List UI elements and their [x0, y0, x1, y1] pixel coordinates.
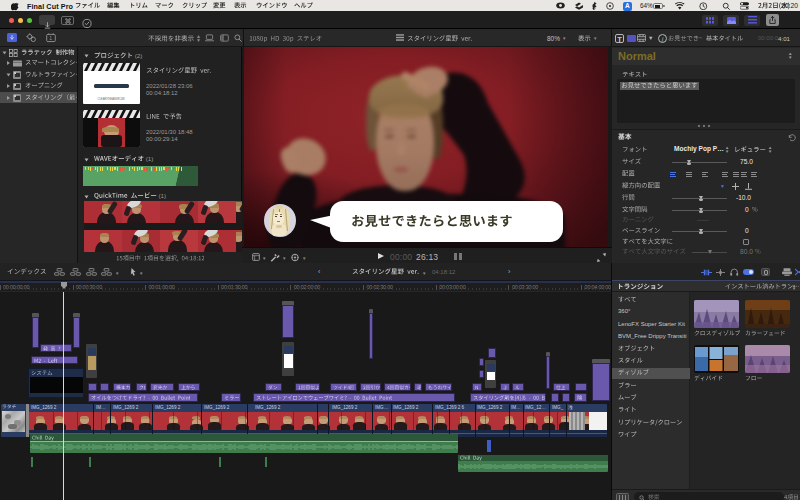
svg-text:1: 1 — [49, 35, 52, 41]
